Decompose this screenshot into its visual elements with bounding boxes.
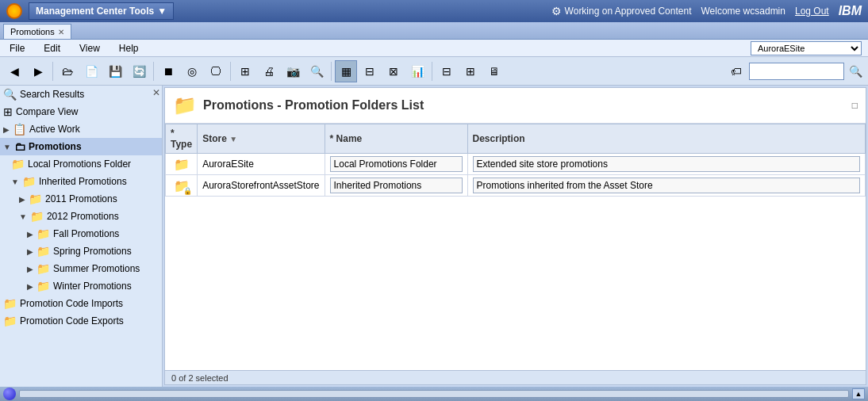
row1-type-cell: 📁	[166, 154, 198, 175]
sidebar: ✕ 🔍 Search Results ⊞ Compare View ▶ 📋 Ac…	[0, 86, 163, 387]
col-store[interactable]: Store ▼	[198, 124, 325, 154]
main-content: ✕ 🔍 Search Results ⊞ Compare View ▶ 📋 Ac…	[0, 86, 868, 387]
sidebar-item-search-results[interactable]: 🔍 Search Results	[0, 86, 162, 103]
row2-name-cell[interactable]	[325, 175, 467, 197]
col-type-label: * Type	[171, 128, 192, 150]
col-store-label: Store	[202, 133, 227, 144]
menu-help[interactable]: Help	[116, 41, 142, 55]
toolbar-save-button[interactable]: 💾	[104, 60, 126, 82]
search-results-icon: 🔍	[3, 88, 17, 101]
tab-close-icon[interactable]: ✕	[58, 28, 64, 36]
table-row[interactable]: 📁 🔒 AuroraStorefrontAssetStore	[166, 175, 866, 197]
app-title-label: Management Center Tools	[36, 6, 154, 17]
spring-promotions-toggle[interactable]: ▶	[27, 247, 33, 256]
toolbar-stop-button[interactable]: ⏹	[157, 60, 179, 82]
sidebar-item-promotion-code-imports[interactable]: 📁 Promotion Code Imports	[0, 295, 162, 312]
panel-folder-icon: 📁	[173, 94, 197, 116]
toolbar-search-icon-button[interactable]: 🔍	[305, 60, 328, 82]
inherited-promotions-toggle[interactable]: ▼	[11, 178, 19, 186]
store-dropdown[interactable]: AuroraESite	[751, 41, 862, 55]
toolbar-screen-button[interactable]: 🖥	[483, 60, 505, 82]
top-bar-right: ⚙ Working on Approved Content Welcome wc…	[551, 4, 862, 18]
toolbar-calendar-button[interactable]: ▦	[335, 60, 357, 82]
toolbar: ◀ ▶ 🗁 📄 💾 🔄 ⏹ ◎ 🖵 ⊞ 🖨 📷 🔍 ▦ ⊟ ⊠ 📊 ⊟ ⊞ 🖥 …	[0, 57, 868, 86]
row2-type-icon-container: 📁 🔒	[174, 178, 190, 193]
toolbar-tag-button[interactable]: 🏷	[725, 60, 747, 82]
sidebar-item-compare-view[interactable]: ⊞ Compare View	[0, 103, 162, 120]
fall-promotions-toggle[interactable]: ▶	[27, 230, 33, 239]
row2-desc-cell[interactable]	[467, 175, 865, 197]
summer-promotions-icon: 📁	[36, 262, 50, 275]
sidebar-item-winter-promotions-label: Winter Promotions	[53, 281, 132, 292]
toolbar-monitor-button[interactable]: 🖵	[205, 60, 227, 82]
2011-promotions-icon: 📁	[29, 193, 42, 205]
toolbar-print-button[interactable]: 🖨	[258, 60, 280, 82]
toolbar-minus2-button[interactable]: ⊟	[436, 60, 458, 82]
sidebar-item-2012-promotions[interactable]: ▼ 📁 2012 Promotions	[0, 208, 162, 225]
col-description: Description	[467, 124, 865, 154]
row2-name-input[interactable]	[330, 178, 463, 193]
toolbar-new-button[interactable]: 📄	[80, 60, 102, 82]
active-work-toggle[interactable]: ▶	[3, 125, 10, 134]
sidebar-item-promotions-label: Promotions	[29, 141, 82, 152]
sidebar-item-local-promotions-folder-label: Local Promotions Folder	[28, 158, 131, 170]
bottom-expand-button[interactable]: ▲	[852, 388, 865, 399]
panel-header: 📁 Promotions - Promotion Folders List □	[165, 88, 866, 124]
sidebar-item-2012-promotions-label: 2012 Promotions	[47, 211, 119, 222]
col-description-label: Description	[473, 133, 525, 144]
sidebar-item-inherited-promotions[interactable]: ▼ 📁 Inherited Promotions	[0, 173, 162, 190]
toolbar-snapshot-button[interactable]: 📷	[282, 60, 304, 82]
col-name: * Name	[325, 124, 467, 154]
winter-promotions-toggle[interactable]: ▶	[27, 282, 33, 291]
toolbar-minus-button[interactable]: ⊟	[359, 60, 381, 82]
toolbar-back-button[interactable]: ◀	[3, 60, 25, 82]
row1-name-cell[interactable]	[325, 154, 467, 175]
toolbar-grid-button[interactable]: ⊞	[234, 60, 256, 82]
sidebar-close-icon[interactable]: ✕	[152, 87, 160, 98]
row2-store-value: AuroraStorefrontAssetStore	[202, 180, 319, 191]
toolbar-search-input[interactable]	[749, 63, 844, 80]
row1-name-input[interactable]	[330, 156, 463, 172]
app-title-button[interactable]: Management Center Tools ▼	[29, 2, 174, 20]
menu-file[interactable]: File	[6, 41, 28, 55]
sidebar-item-2011-promotions[interactable]: ▶ 📁 2011 Promotions	[0, 190, 162, 208]
row1-desc-input[interactable]	[473, 156, 860, 172]
data-table: * Type Store ▼ * Name Description	[165, 124, 866, 197]
toolbar-open-button[interactable]: 🗁	[56, 60, 79, 82]
sidebar-item-compare-view-label: Compare View	[16, 106, 78, 117]
summer-promotions-toggle[interactable]: ▶	[27, 265, 33, 273]
sidebar-item-local-promotions-folder[interactable]: 📁 Local Promotions Folder	[0, 155, 162, 173]
sidebar-item-promotions[interactable]: ▼ 🗀 Promotions	[0, 138, 162, 155]
toolbar-search-go-button[interactable]: 🔍	[846, 60, 865, 82]
toolbar-radio-button[interactable]: ◎	[181, 60, 203, 82]
promotion-code-exports-icon: 📁	[3, 315, 17, 327]
sidebar-item-promotion-code-exports[interactable]: 📁 Promotion Code Exports	[0, 312, 162, 330]
sidebar-item-summer-promotions[interactable]: ▶ 📁 Summer Promotions	[0, 260, 162, 277]
tab-promotions-label: Promotions	[10, 27, 55, 36]
app-icon	[6, 3, 22, 19]
promotions-toggle[interactable]: ▼	[3, 143, 11, 151]
toolbar-forward-button[interactable]: ▶	[27, 60, 49, 82]
working-status-text: Working on Approved Content	[565, 6, 692, 17]
2012-promotions-toggle[interactable]: ▼	[19, 212, 27, 221]
sidebar-item-fall-promotions[interactable]: ▶ 📁 Fall Promotions	[0, 225, 162, 243]
toolbar-chart-button[interactable]: 📊	[406, 60, 428, 82]
row1-store-cell: AuroraESite	[198, 154, 325, 175]
sidebar-item-search-results-label: Search Results	[20, 89, 84, 100]
toolbar-plus-button[interactable]: ⊞	[459, 60, 482, 82]
toolbar-refresh-button[interactable]: 🔄	[128, 60, 150, 82]
sidebar-item-active-work[interactable]: ▶ 📋 Active Work	[0, 120, 162, 138]
2011-promotions-toggle[interactable]: ▶	[19, 195, 25, 204]
promotions-tab[interactable]: Promotions ✕	[3, 24, 71, 39]
row1-desc-cell[interactable]	[467, 154, 865, 175]
menu-edit[interactable]: Edit	[40, 41, 63, 55]
panel-maximize-icon[interactable]: □	[852, 100, 858, 111]
logout-button[interactable]: Log Out	[795, 6, 829, 17]
sidebar-item-spring-promotions[interactable]: ▶ 📁 Spring Promotions	[0, 243, 162, 260]
sidebar-item-winter-promotions[interactable]: ▶ 📁 Winter Promotions	[0, 277, 162, 295]
table-row[interactable]: 📁 AuroraESite	[166, 154, 866, 175]
2012-promotions-icon: 📁	[30, 210, 44, 223]
row2-desc-input[interactable]	[473, 178, 860, 193]
menu-view[interactable]: View	[76, 41, 103, 55]
toolbar-close-button[interactable]: ⊠	[382, 60, 405, 82]
